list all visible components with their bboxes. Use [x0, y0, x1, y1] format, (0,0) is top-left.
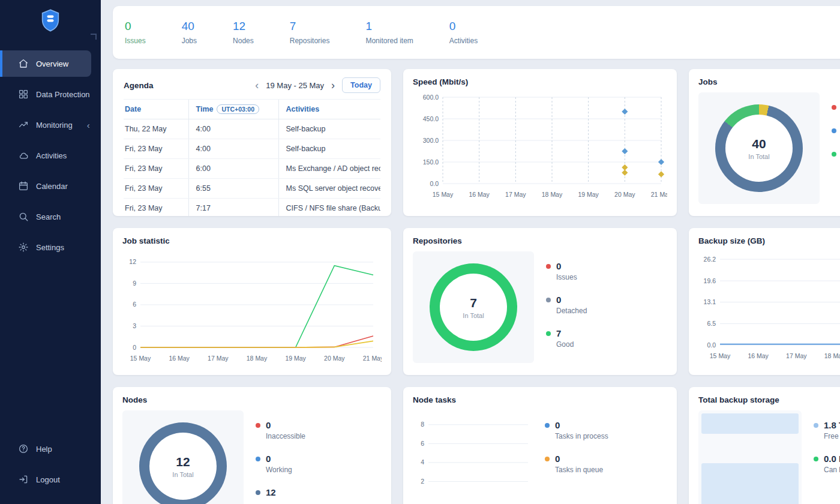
agenda-controls: ‹ 19 May - 25 May › Today: [255, 77, 380, 93]
svg-text:21 May: 21 May: [363, 355, 382, 362]
app-logo[interactable]: [0, 8, 101, 32]
legend-label: Issues: [556, 273, 587, 281]
agenda-cell: 6:55: [188, 179, 278, 199]
legend-dot-icon: [256, 490, 260, 495]
help-icon: [18, 443, 29, 454]
sidebar-item-overview[interactable]: Overview: [0, 50, 91, 77]
svg-text:20 May: 20 May: [324, 355, 345, 362]
svg-text:0: 0: [133, 344, 136, 351]
svg-text:17 May: 17 May: [786, 352, 807, 359]
sidebar-item-monitoring[interactable]: Monitoring‹: [0, 112, 91, 138]
node-tasks-chart: 2468: [413, 410, 533, 504]
agenda-row[interactable]: Thu, 22 May4:00Self-backup: [124, 119, 380, 139]
sidebar: OverviewData ProtectionMonitoring‹Activi…: [0, 0, 101, 504]
job-statistic-chart: 03691215 May16 May17 May18 May19 May20 M…: [122, 248, 382, 365]
legend-value: 0: [555, 420, 560, 430]
sidebar-item-data-protection[interactable]: Data Protection: [0, 81, 91, 107]
sidebar-collapse-handle[interactable]: [91, 34, 97, 40]
job-statistic-card: Job statistic 03691215 May16 May17 May18…: [113, 228, 391, 375]
stats-bar: 0Issues40Jobs12Nodes7Repositories1Monito…: [113, 6, 840, 59]
legend-label: Good: [556, 340, 587, 349]
next-week-button[interactable]: ›: [331, 80, 335, 91]
stat-value: 12: [233, 20, 254, 33]
svg-text:6.5: 6.5: [707, 320, 716, 327]
agenda-col-activities: Activities: [278, 100, 380, 119]
legend-item: 12: [256, 487, 305, 497]
sidebar-item-help[interactable]: Help: [0, 436, 91, 462]
nodes-total: 12: [176, 455, 190, 469]
agenda-cell: Fri, 23 May: [124, 139, 188, 159]
repositories-donut-chart: 7 In Total: [430, 263, 517, 351]
legend-label: Tasks in queue: [555, 466, 608, 474]
stat-jobs[interactable]: 40Jobs: [182, 20, 197, 45]
stat-value: 0: [125, 20, 146, 33]
agenda-row[interactable]: Fri, 23 May6:55Ms SQL server object reco…: [124, 179, 380, 199]
stat-nodes[interactable]: 12Nodes: [233, 20, 254, 45]
stat-value: 1: [365, 20, 413, 33]
repositories-total: 7: [470, 296, 477, 310]
sidebar-item-activities[interactable]: Activities: [0, 142, 91, 169]
agenda-col-date: Date: [124, 100, 188, 119]
stat-issues[interactable]: 0Issues: [125, 20, 146, 45]
svg-text:19.6: 19.6: [704, 277, 716, 284]
nodes-total-label: In Total: [172, 471, 193, 478]
agenda-date-range: 19 May - 25 May: [266, 81, 324, 90]
sidebar-item-logout[interactable]: Logout: [0, 466, 91, 493]
backup-size-chart: 0.06.513.119.626.215 May16 May17 May18 M…: [698, 248, 840, 363]
svg-text:0.0: 0.0: [707, 341, 716, 349]
sidebar-item-label: Logout: [36, 475, 60, 484]
svg-text:3: 3: [133, 322, 136, 329]
legend-item: 0.0 KCan be: [814, 454, 840, 474]
svg-text:19 May: 19 May: [578, 191, 599, 198]
sidebar-item-search[interactable]: Search: [0, 203, 91, 230]
legend-label: Detached: [556, 307, 587, 315]
today-button[interactable]: Today: [342, 77, 380, 93]
stat-repositories[interactable]: 7Repositories: [290, 20, 330, 45]
storage-card: Total backup storage 1.8 TFree0.0 KCan b…: [689, 387, 840, 504]
legend-item: 0: [832, 102, 840, 112]
shield-logo-icon: [40, 8, 61, 32]
legend-item: 0Working: [256, 454, 305, 474]
stat-monitored-item[interactable]: 1Monitored item: [365, 20, 413, 45]
agenda-cell: 4:00: [188, 119, 278, 139]
grid-icon: [18, 89, 29, 100]
sidebar-item-calendar[interactable]: Calendar: [0, 173, 91, 199]
sidebar-item-label: Activities: [36, 151, 67, 160]
legend-label: Inaccessible: [266, 432, 305, 440]
legend-dot-icon: [814, 457, 818, 461]
storage-chart: [698, 410, 802, 504]
agenda-cell: Fri, 23 May: [124, 199, 188, 217]
svg-text:4: 4: [421, 458, 424, 466]
stat-activities[interactable]: 0Activities: [449, 20, 478, 45]
storage-bar: [701, 463, 799, 504]
agenda-row[interactable]: Fri, 23 May7:17CIFS / NFS file share (Ba…: [124, 199, 380, 217]
agenda-row[interactable]: Fri, 23 May4:00Self-backup: [124, 139, 380, 159]
sidebar-item-settings[interactable]: Settings: [0, 234, 91, 260]
agenda-cell: Thu, 22 May: [124, 119, 188, 139]
legend-dot-icon: [546, 298, 551, 302]
search-icon: [18, 211, 29, 222]
agenda-row[interactable]: Fri, 23 May6:00Ms Exchange / AD object r…: [124, 159, 380, 179]
stat-label: Monitored item: [365, 37, 413, 45]
chevron-left-icon[interactable]: ‹: [87, 120, 90, 130]
agenda-cell: Fri, 23 May: [124, 179, 188, 199]
sidebar-item-label: Overview: [36, 59, 68, 68]
legend-value: 1.8 T: [824, 420, 840, 430]
svg-text:17 May: 17 May: [208, 355, 229, 362]
svg-text:15 May: 15 May: [710, 352, 731, 359]
repositories-total-label: In Total: [463, 312, 484, 319]
legend-item: 0Tasks in queue: [545, 454, 608, 474]
monitoring-icon: [18, 119, 29, 130]
agenda-cell: 4:00: [188, 139, 278, 159]
svg-text:21 May: 21 May: [651, 191, 667, 198]
prev-week-button[interactable]: ‹: [255, 80, 259, 91]
speed-card: Speed (Mbit/s) 0.0150.0300.0450.0600.015…: [403, 69, 677, 216]
stat-label: Nodes: [233, 37, 254, 45]
timezone-pill[interactable]: UTC+03:00: [217, 104, 259, 114]
legend-item: 0Detached: [546, 295, 587, 315]
agenda-card: Agenda ‹ 19 May - 25 May › Today Date Ti…: [113, 69, 391, 216]
home-icon: [18, 58, 29, 69]
node-tasks-title: Node tasks: [413, 395, 667, 404]
legend-value: 0: [556, 295, 561, 305]
legend-dot-icon: [256, 423, 260, 428]
